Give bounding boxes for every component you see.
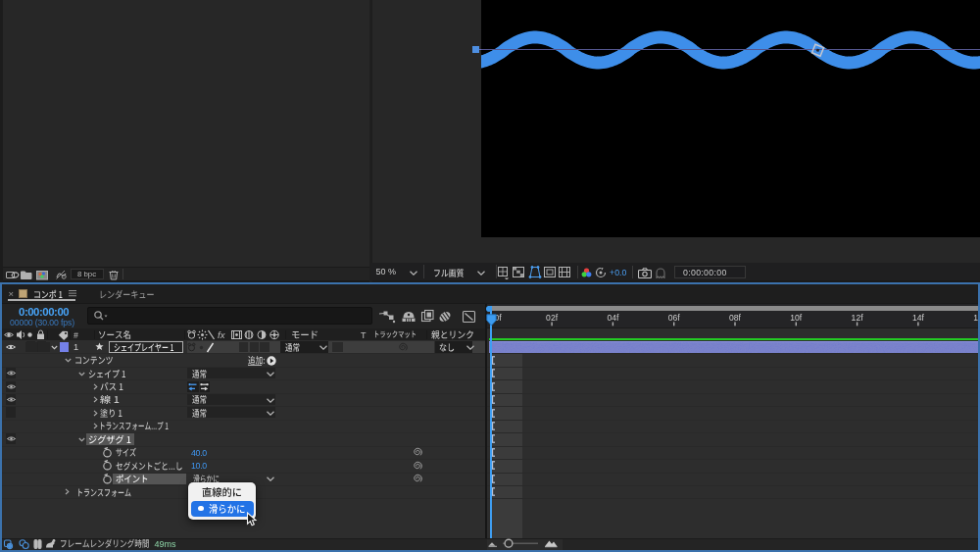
svg-text:14f: 14f [912, 313, 925, 323]
svg-text:10f: 10f [790, 313, 803, 323]
svg-text:06f: 06f [668, 313, 681, 323]
svg-text:fx: fx [218, 329, 226, 340]
svg-text:02f: 02f [546, 313, 559, 323]
svg-text:12f: 12f [852, 313, 864, 323]
svg-text:04f: 04f [607, 313, 619, 323]
svg-text:08f: 08f [729, 313, 742, 323]
